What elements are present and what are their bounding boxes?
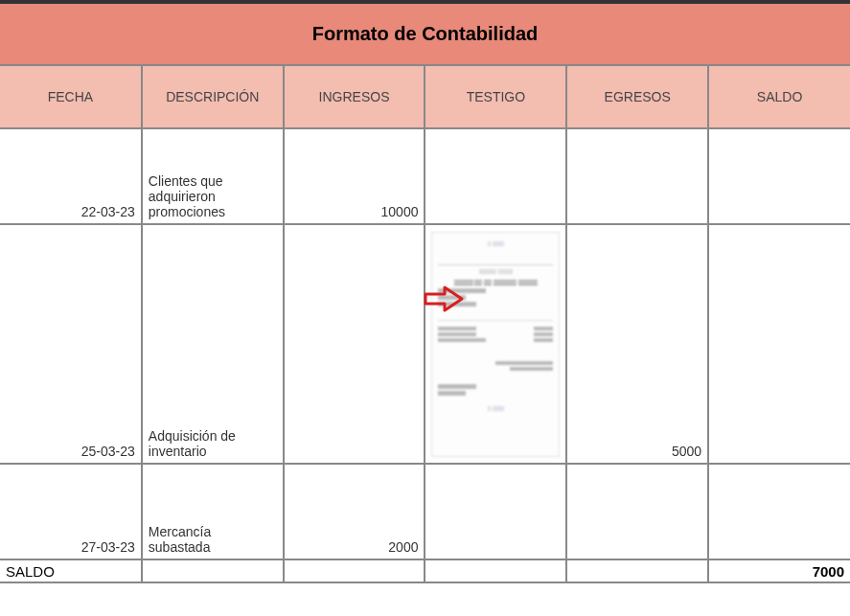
header-egresos: EGRESOS [566, 65, 708, 128]
cell-testigo [425, 464, 566, 559]
table-row: 22-03-23 Clientes que adquirieron promoc… [0, 128, 850, 224]
title-row: Formato de Contabilidad [0, 2, 850, 65]
header-descripcion: DESCRIPCIÓN [142, 65, 284, 128]
cell-fecha: 27-03-23 [0, 464, 142, 559]
receipt-container: ▯ ▯▯▯▯ ▯▯▯▯▯▯ ▯▯▯▯▯ ▯▯▯▯▯ ▯▯ ▯▯ ▯▯▯▯▯▯ ▯… [431, 231, 560, 457]
cell-testigo: ▯ ▯▯▯▯ ▯▯▯▯▯▯ ▯▯▯▯▯ ▯▯▯▯▯ ▯▯ ▯▯ ▯▯▯▯▯▯ ▯… [425, 224, 566, 464]
accounting-table: Formato de Contabilidad FECHA DESCRIPCIÓ… [0, 0, 850, 583]
cell-fecha: 25-03-23 [0, 224, 142, 464]
footer-empty [425, 559, 566, 582]
arrow-right-icon [424, 284, 466, 317]
table-row: 27-03-23 Mercancía subastada 2000 [0, 464, 850, 559]
cell-egresos: 5000 [566, 224, 708, 464]
header-ingresos: INGRESOS [284, 65, 425, 128]
cell-saldo [708, 224, 850, 464]
cell-descripcion: Adquisición de inventario [142, 224, 284, 464]
cell-egresos [566, 128, 708, 224]
cell-descripcion: Mercancía subastada [142, 464, 284, 559]
cell-egresos [566, 464, 708, 559]
footer-empty [142, 559, 284, 582]
cell-saldo [708, 128, 850, 224]
header-saldo: SALDO [708, 65, 850, 128]
page-title: Formato de Contabilidad [0, 2, 850, 65]
receipt-image: ▯ ▯▯▯▯ ▯▯▯▯▯▯ ▯▯▯▯▯ ▯▯▯▯▯ ▯▯ ▯▯ ▯▯▯▯▯▯ ▯… [431, 232, 560, 457]
footer-empty [566, 559, 708, 582]
header-testigo: TESTIGO [425, 65, 566, 128]
footer-total: 7000 [708, 559, 850, 582]
footer-empty [284, 559, 425, 582]
footer-label: SALDO [0, 559, 142, 582]
cell-ingresos: 2000 [284, 464, 425, 559]
cell-ingresos: 10000 [284, 128, 425, 224]
footer-row: SALDO 7000 [0, 559, 850, 582]
cell-saldo [708, 464, 850, 559]
cell-testigo [425, 128, 566, 224]
header-fecha: FECHA [0, 65, 142, 128]
cell-ingresos [284, 224, 425, 464]
cell-descripcion: Clientes que adquirieron promociones [142, 128, 284, 224]
cell-fecha: 22-03-23 [0, 128, 142, 224]
header-row: FECHA DESCRIPCIÓN INGRESOS TESTIGO EGRES… [0, 65, 850, 128]
table-row: 25-03-23 Adquisición de inventario ▯ ▯▯▯… [0, 224, 850, 464]
